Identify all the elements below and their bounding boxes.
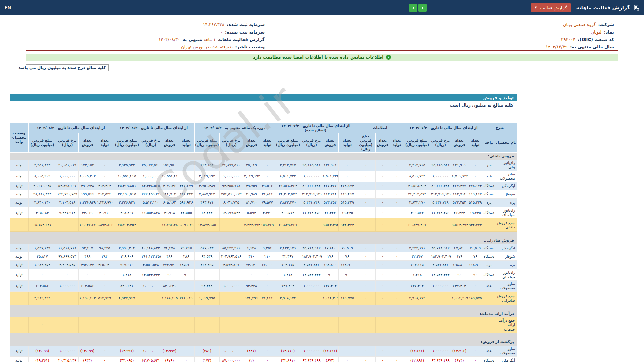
value-cell: ۹۰ xyxy=(468,269,483,280)
value-cell: ۱,۲۳۶,۹۴۹ xyxy=(78,199,96,207)
value-cell xyxy=(301,317,322,333)
column-header: تعداد فروش xyxy=(451,133,468,153)
section-header-row: فروش داخلی: xyxy=(10,153,517,160)
section-label: درآمد ارائه خدمات: xyxy=(10,310,517,317)
value-cell: ۱,۸۹۳,۸۶۶ xyxy=(96,218,113,232)
value-cell: ۰ xyxy=(275,317,301,333)
unit-cell: عدد xyxy=(483,345,495,356)
column-header: تعداد فروش xyxy=(375,133,390,153)
status-cell: تولید xyxy=(10,207,28,218)
language-toggle[interactable]: EN xyxy=(5,5,11,10)
status-cell: تولید xyxy=(10,357,28,362)
value-cell: ۳,۵۷۳,۸۶۷ xyxy=(219,261,243,269)
info-cell: سرمایه ثبت شده: ۱۴,۲۶۷,۳۴۸ xyxy=(26,21,268,28)
product-name-cell: جمع فروش داخلی xyxy=(495,218,517,232)
value-cell: ۱,۰۰۰,۰۰۰ xyxy=(141,171,161,182)
value-cell xyxy=(56,292,78,305)
product-row: شوفاژدستگاه۱۱۹,۴۶۷۱۱۳,۷۱۴۲۱۳,۷۱۶,۶۳۱۲۴,۳… xyxy=(10,190,517,199)
product-name-cell: شوفاژ xyxy=(495,252,517,261)
product-name-cell: رادیاتور حوله ای xyxy=(495,269,517,280)
signature-match-banner: i اطلاعات نمایش داده شده با اطلاعات امضا… xyxy=(26,54,618,61)
value-cell: ۱,۱۸۸,۶۰۵ xyxy=(161,292,178,305)
value-cell: ۳۳,۰۶۱ xyxy=(78,207,96,218)
value-cell: ۰ xyxy=(468,357,483,362)
value-cell: ۳۲,۱۹۰,۵۱۵ xyxy=(113,190,141,199)
value-cell: ۰ xyxy=(356,207,375,218)
value-cell: ۰ xyxy=(260,269,275,280)
value-cell xyxy=(430,218,451,232)
info-label: نماد: xyxy=(602,29,614,35)
page-title: گزارش فعالیت ماهانه xyxy=(576,5,630,11)
unit-cell: دستگاه xyxy=(483,252,495,261)
value-cell: ۹۳,۴۰۷ xyxy=(78,244,96,252)
report-type-dropdown[interactable]: گزارش فعالیت ▼ xyxy=(531,3,571,12)
value-cell: ۳۰,۹۱۰ xyxy=(96,207,113,218)
status-cell: تولید xyxy=(10,244,28,252)
value-cell: ۸,۵۰۱,۷۲۳ xyxy=(404,171,430,182)
value-cell: ۹۷,۸۹۹,۵۷۳ xyxy=(56,252,78,261)
value-cell: ۰ xyxy=(178,345,194,356)
value-cell: ۱,۰۰۰,۰۰۰ xyxy=(430,345,451,356)
value-cell: ۱,۰۱۹,۷۹۵ xyxy=(194,292,219,305)
value-cell: ۹,۵۶۴,۴۹۳ xyxy=(322,218,338,232)
value-cell: ۱۱۸,۹۰۰ xyxy=(468,261,483,269)
info-cell: کد صنعت (ISIC): ۲۹۳۰۰۴ xyxy=(268,36,618,43)
value-cell: ۰ xyxy=(375,182,390,190)
value-cell: ۰ xyxy=(390,244,404,252)
value-cell: ۰ xyxy=(260,357,275,362)
info-value: ۱ ماهه xyxy=(204,37,216,42)
value-cell: ۲۰,۶۷۰,۰۲۵ xyxy=(28,182,56,190)
value-cell: ۱۱,۵۵۴,۸۲۸ xyxy=(141,207,161,218)
section-label: فروش صادراتی: xyxy=(10,237,517,244)
value-cell: ۱۷۶ xyxy=(451,252,468,261)
value-cell: ۸۰,۶۶۶,۴۸۲ xyxy=(430,182,451,190)
section-spacer-row xyxy=(10,232,517,237)
value-cell: ۰ xyxy=(96,280,113,291)
value-cell: ۰ xyxy=(178,160,194,171)
column-header: تعداد فروش xyxy=(322,133,338,153)
product-name-cell: شوفاژ xyxy=(495,190,517,199)
column-header: تعداد تولید xyxy=(178,133,194,153)
product-name-cell: رادیاتور حوله ای xyxy=(495,207,517,218)
value-cell: ۷۴۷,۳۰۳ xyxy=(275,280,301,291)
value-cell: ۲۱۳,۷۱۶,۶۳۱ xyxy=(430,190,451,199)
value-cell: (۲۸۱) xyxy=(243,345,260,356)
value-cell: ۰ xyxy=(356,244,375,252)
value-cell: (۱۴,۷۱۶) xyxy=(404,345,430,356)
value-cell: ۸۱,۷۱۰ xyxy=(243,199,260,207)
value-cell: ۰ xyxy=(96,160,113,171)
value-cell: ۱,۰۰۰,۰۰۰ xyxy=(430,280,451,291)
value-cell: ۱۵۶,۹۵۰ xyxy=(161,160,178,171)
value-cell: ۱۷۲,۱۵۳ xyxy=(78,160,96,171)
value-cell: ۰ xyxy=(356,199,375,207)
status-cell: تولید xyxy=(10,190,28,199)
value-cell: (۶۷۶) xyxy=(161,357,178,362)
unit-cell: عدد xyxy=(483,280,495,291)
value-cell: ۳,۸۴۰,۱۳۰ xyxy=(28,199,56,207)
value-cell: ۷۶,۴۶۶ xyxy=(260,292,275,305)
column-header: تعداد فروش xyxy=(243,133,260,153)
unit-cell xyxy=(483,292,495,305)
value-cell: ۰ xyxy=(356,261,375,269)
total-row: جمع فروش صادراتی۱۸۹,۵۷۵۱,۰۱۴,۲۰۹۳,۹۰۸,۱۷… xyxy=(10,292,517,305)
value-cell: ۱۲,۱۹۷,۵۳۳ xyxy=(219,207,243,218)
info-value: پذیرفته شده در بورس تهران xyxy=(181,44,233,49)
value-cell: ۷۴۷,۳۰۳ xyxy=(404,280,430,291)
unit-cell: پره xyxy=(483,199,495,207)
value-cell: ۱۰,۵۵۱,۴۱۵ xyxy=(113,171,141,182)
value-cell: ۳,۹۰۸,۱۷۴ xyxy=(275,292,301,305)
value-cell: ۵۱۵,۳۴۹ xyxy=(338,199,356,207)
value-cell: ۱۹,۲۳۵ xyxy=(338,207,356,218)
unit-cell: دستگاه xyxy=(483,357,495,362)
nav-next-button[interactable]: › xyxy=(409,4,417,12)
value-cell: ۲,۸۴۳,۲۷۰ xyxy=(275,199,301,207)
nav-previous-button[interactable]: ‹ xyxy=(418,4,427,12)
value-cell: ۳۲,۳۶۷ xyxy=(275,252,301,261)
value-cell: ۱۸۹,۵۷۵ xyxy=(338,292,356,305)
value-cell xyxy=(322,317,338,333)
value-cell: ۰ xyxy=(375,218,390,232)
value-cell: ۰ xyxy=(178,171,194,182)
value-cell: ۰ xyxy=(390,261,404,269)
value-cell: ۰ xyxy=(260,345,275,356)
value-cell: ۱,۰۰۰,۰۰۰ xyxy=(301,280,322,291)
